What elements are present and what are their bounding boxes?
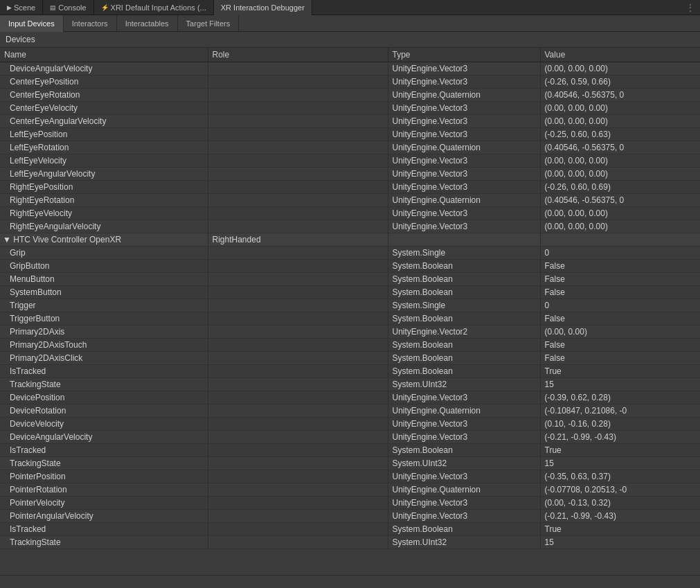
cell-type: System.Single (388, 299, 540, 312)
cell-type: UnityEngine.Vector3 (388, 181, 540, 194)
horizontal-scrollbar[interactable] (0, 575, 700, 585)
cell-name: CenterEyeAngularVelocity (0, 115, 208, 128)
cell-type: System.UInt32 (388, 457, 540, 470)
cell-name: PointerPosition (0, 470, 208, 483)
cell-role (208, 523, 388, 536)
cell-name: GripButton (0, 260, 208, 273)
cell-value: (-0.39, 0.62, 0.28) (540, 391, 700, 404)
cell-name: Primary2DAxisClick (0, 352, 208, 365)
table-row: TrackingStateSystem.UInt3215 (0, 536, 700, 549)
table-row: SystemButtonSystem.BooleanFalse (0, 286, 700, 299)
cell-name: CenterEyeVelocity (0, 102, 208, 115)
cell-type: UnityEngine.Quaternion (388, 483, 540, 497)
cell-type: UnityEngine.Vector3 (388, 418, 540, 431)
table-row: GripSystem.Single0 (0, 247, 700, 260)
interactors-label: Interactors (72, 19, 108, 28)
cell-name: TrackingState (0, 457, 208, 470)
cell-value: True (540, 444, 700, 457)
cell-type: UnityEngine.Vector3 (388, 128, 540, 141)
cell-role (208, 260, 388, 273)
cell-name: PointerVelocity (0, 497, 208, 510)
table-row: PointerVelocityUnityEngine.Vector3(0.00,… (0, 497, 700, 510)
column-name: Name (0, 48, 208, 62)
table-row: CenterEyeVelocityUnityEngine.Vector3(0.0… (0, 102, 700, 115)
cell-name: LeftEyeRotation (0, 141, 208, 154)
cell-name: CenterEyeRotation (0, 89, 208, 102)
cell-type: UnityEngine.Vector2 (388, 326, 540, 339)
cell-role (208, 75, 388, 89)
table-row: DeviceVelocityUnityEngine.Vector3(0.10, … (0, 418, 700, 431)
cell-type: UnityEngine.Vector3 (388, 497, 540, 510)
table-row: RightEyePositionUnityEngine.Vector3(-0.2… (0, 181, 700, 194)
tab-scene[interactable]: Scene (0, 0, 43, 15)
cell-type: UnityEngine.Quaternion (388, 89, 540, 102)
h-scroll-track[interactable] (0, 576, 700, 585)
cell-name: MenuButton (0, 273, 208, 286)
cell-value: False (540, 339, 700, 352)
cell-type: UnityEngine.Quaternion (388, 194, 540, 207)
cell-type: System.UInt32 (388, 536, 540, 549)
cell-role (208, 457, 388, 470)
table-row: LeftEyeVelocityUnityEngine.Vector3(0.00,… (0, 154, 700, 168)
tab-console[interactable]: Console (43, 0, 93, 15)
cell-type: System.Single (388, 247, 540, 260)
more-options-button[interactable]: ⋮ (681, 3, 700, 12)
table-row: Primary2DAxisUnityEngine.Vector2(0.00, 0… (0, 326, 700, 339)
table-row: Primary2DAxisClickSystem.BooleanFalse (0, 352, 700, 365)
cell-role (208, 194, 388, 207)
cell-value: False (540, 286, 700, 299)
table-row: LeftEyePositionUnityEngine.Vector3(-0.25… (0, 128, 700, 141)
table-row: IsTrackedSystem.BooleanTrue (0, 444, 700, 457)
cell-value: 15 (540, 536, 700, 549)
table-row: RightEyeAngularVelocityUnityEngine.Vecto… (0, 220, 700, 233)
cell-role (208, 483, 388, 497)
cell-value: 15 (540, 378, 700, 391)
cell-role (208, 273, 388, 286)
cell-value: (0.40546, -0.56375, 0 (540, 89, 700, 102)
cell-name: RightEyeVelocity (0, 207, 208, 220)
cell-value: (0.40546, -0.56375, 0 (540, 141, 700, 154)
cell-name: RightEyePosition (0, 181, 208, 194)
cell-role (208, 444, 388, 457)
cell-type: UnityEngine.Vector3 (388, 102, 540, 115)
sub-nav-interactors[interactable]: Interactors (64, 15, 117, 32)
tab-xri-default[interactable]: XRI Default Input Actions (... (94, 0, 214, 15)
cell-name: RightEyeRotation (0, 194, 208, 207)
table-row: ▼ HTC Vive Controller OpenXRRightHanded (0, 233, 700, 247)
cell-value: (-0.07708, 0.20513, -0 (540, 483, 700, 497)
cell-name: ▼ HTC Vive Controller OpenXR (0, 233, 208, 247)
cell-role (208, 181, 388, 194)
cell-type: UnityEngine.Quaternion (388, 141, 540, 154)
xri-default-tab-label: XRI Default Input Actions (... (111, 3, 206, 12)
sub-nav-input-devices[interactable]: Input Devices (0, 15, 64, 32)
sub-nav-target-filters[interactable]: Target Filters (178, 15, 240, 32)
cell-role (208, 299, 388, 312)
cell-role (208, 168, 388, 181)
table-row: IsTrackedSystem.BooleanTrue (0, 365, 700, 378)
cell-role (208, 391, 388, 404)
cell-role (208, 378, 388, 391)
cell-value: (-0.26, 0.59, 0.66) (540, 75, 700, 89)
cell-type: System.Boolean (388, 339, 540, 352)
cell-name: Grip (0, 247, 208, 260)
tab-xr-debug[interactable]: XR Interaction Debugger (214, 0, 312, 15)
cell-value: 15 (540, 457, 700, 470)
cell-value: (0.00, 0.00, 0.00) (540, 154, 700, 168)
title-bar: Scene Console XRI Default Input Actions … (0, 0, 700, 15)
cell-role (208, 286, 388, 299)
target-filters-label: Target Filters (186, 19, 231, 28)
sub-nav-interactables[interactable]: Interactables (117, 15, 178, 32)
cell-type: UnityEngine.Vector3 (388, 431, 540, 444)
cell-role (208, 404, 388, 418)
cell-role (208, 102, 388, 115)
cell-role (208, 339, 388, 352)
more-icon: ⋮ (686, 3, 694, 12)
cell-type: System.UInt32 (388, 378, 540, 391)
cell-name: CenterEyePosition (0, 75, 208, 89)
table-row: Primary2DAxisTouchSystem.BooleanFalse (0, 339, 700, 352)
cell-name: RightEyeAngularVelocity (0, 220, 208, 233)
cell-name: DeviceAngularVelocity (0, 431, 208, 444)
devices-table-container[interactable]: Name Role Type Value DeviceAngularVeloci… (0, 48, 700, 575)
cell-value: False (540, 260, 700, 273)
cell-value: (-0.10847, 0.21086, -0 (540, 404, 700, 418)
